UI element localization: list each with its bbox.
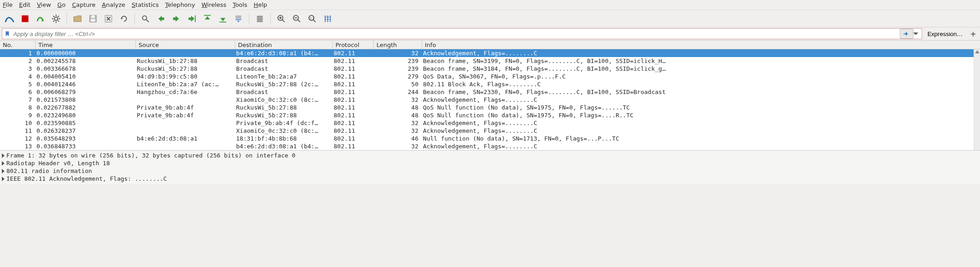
menu-help[interactable]: Help [253,1,267,8]
packet-row[interactable]: 120.035648293b4:e6:2d:d3:08:a118:31:bf:4… [0,135,980,142]
cell-len: 244 [374,88,422,96]
cell-proto: 802.11 [333,80,374,88]
cell-info: QoS Null function (No data), SN=1975, FN… [422,111,980,119]
detail-tree-item[interactable]: IEEE 802.11 Acknowledgement, Flags: ....… [2,175,978,183]
packet-row[interactable]: 40.00400541094:d9:b3:99:c5:80LiteonTe_bb… [0,73,980,80]
capture-options-button[interactable] [49,12,63,26]
stop-capture-button[interactable] [18,12,32,26]
cell-source [136,127,235,135]
packet-row[interactable]: 70.021573808XiaomiCo_0c:32:c0 (8c:…802.1… [0,96,980,104]
column-header-info[interactable]: Info [422,41,974,49]
zoom-out-button[interactable] [290,12,304,26]
expand-icon[interactable] [2,161,5,166]
apply-filter-button[interactable] [900,29,913,39]
scrollbar[interactable] [974,49,980,150]
menu-statistics[interactable]: Statistics [132,1,159,8]
menu-wireless[interactable]: Wireless [201,1,226,8]
cell-time: 0.021573808 [36,96,136,104]
find-button[interactable] [139,12,152,26]
column-header-length[interactable]: Length [374,41,422,49]
wireshark-logo-icon [3,12,16,26]
cell-info: Null function (No data), SN=1713, FN=0, … [422,135,980,142]
detail-tree-item[interactable]: Frame 1: 32 bytes on wire (256 bits), 32… [2,152,978,159]
expression-button[interactable]: Expression… [925,29,965,39]
column-header-time[interactable]: Time [36,41,136,49]
menu-tools[interactable]: Tools [232,1,247,8]
packet-row[interactable]: 10.000000000b4:e6:2d:d3:08:a1 (b4:…802.1… [0,49,980,57]
go-forward-button[interactable] [170,12,183,26]
svg-rect-0 [22,15,29,22]
bookmark-icon[interactable] [4,31,10,37]
column-header-destination[interactable]: Destination [235,41,333,49]
menu-telephony[interactable]: Telephony [165,1,195,8]
cell-proto: 802.11 [333,57,374,65]
cell-source [136,49,235,57]
expand-icon[interactable] [2,153,5,158]
cell-info: Acknowledgement, Flags=........C [422,96,980,104]
cell-time: 0.026328237 [36,127,136,135]
packet-row[interactable]: 90.023249680Private_9b:ab:4fRuckusWi_5b:… [0,111,980,119]
open-file-button[interactable] [71,12,84,26]
resize-columns-button[interactable] [321,12,335,26]
auto-scroll-button[interactable] [232,12,245,26]
go-back-button[interactable] [154,12,168,26]
filter-history-dropdown[interactable] [913,29,920,39]
expand-icon[interactable] [2,169,5,173]
cell-dest: b4:e6:2d:d3:08:a1 (b4:… [235,142,333,150]
cell-source: Private_9b:ab:4f [136,104,235,111]
cell-proto: 802.11 [333,127,374,135]
zoom-reset-button[interactable]: 1:1 [305,12,319,26]
save-file-button[interactable] [86,12,100,26]
svg-line-7 [58,20,59,21]
expand-icon[interactable] [2,177,5,181]
packet-row[interactable]: 130.036848733b4:e6:2d:d3:08:a1 (b4:…802.… [0,142,980,150]
detail-text: Frame 1: 32 bytes on wire (256 bits), 32… [6,152,295,159]
menu-file[interactable]: File [3,1,13,8]
go-to-last-button[interactable] [216,12,230,26]
close-file-button[interactable] [102,12,115,26]
svg-rect-20 [189,17,192,20]
reload-button[interactable] [117,12,131,26]
packet-row[interactable]: 20.002245578RuckusWi_1b:27:88Broadcast80… [0,57,980,65]
cell-len: 239 [374,65,422,73]
packet-details-pane[interactable]: Frame 1: 32 bytes on wire (256 bits), 32… [0,150,980,184]
cell-time: 0.006068279 [36,88,136,96]
packet-row[interactable]: 60.006068279Hangzhou_cd:7a:6eBroadcast80… [0,88,980,96]
restart-capture-button[interactable] [34,12,47,26]
cell-time: 0.023590885 [36,119,136,127]
go-to-packet-button[interactable] [185,12,199,26]
colorize-button[interactable] [253,12,267,26]
menu-go[interactable]: Go [57,1,66,8]
go-to-first-button[interactable] [201,12,214,26]
zoom-in-button[interactable] [274,12,288,26]
menu-view[interactable]: View [37,1,51,8]
cell-source: LiteonTe_bb:2a:a7 (ac:… [136,80,235,88]
cell-dest: Private_9b:ab:4f (dc:f… [235,119,333,127]
cell-info: QoS Data, SN=3067, FN=0, Flags=.p....F.C [422,73,980,80]
packet-row[interactable]: 50.004012446LiteonTe_bb:2a:a7 (ac:…Rucku… [0,80,980,88]
column-header-no[interactable]: No. [0,41,36,49]
menu-analyze[interactable]: Analyze [102,1,125,8]
cell-source: 94:d9:b3:99:c5:80 [136,73,235,80]
cell-dest: XiaomiCo_0c:32:c0 (8c:… [235,96,333,104]
packet-row[interactable]: 30.003366678RuckusWi_5b:27:88Broadcast80… [0,65,980,73]
packet-row[interactable]: 80.022677882Private_9b:ab:4fRuckusWi_5b:… [0,104,980,111]
packet-row[interactable]: 110.026328237XiaomiCo_0c:32:c0 (8c:…802.… [0,127,980,135]
detail-tree-item[interactable]: 802.11 radio information [2,167,978,175]
add-filter-button[interactable]: + [968,29,978,39]
menu-capture[interactable]: Capture [72,1,96,8]
cell-len: 32 [374,127,422,135]
cell-proto: 802.11 [333,119,374,127]
scroll-up-icon[interactable] [975,50,980,53]
cell-proto: 802.11 [333,73,374,80]
column-header-source[interactable]: Source [136,41,235,49]
column-header-protocol[interactable]: Protocol [333,41,374,49]
packet-list[interactable]: 10.000000000b4:e6:2d:d3:08:a1 (b4:…802.1… [0,49,980,150]
display-filter-input[interactable] [12,30,900,38]
detail-tree-item[interactable]: Radiotap Header v0, Length 18 [2,159,978,167]
cell-source [136,142,235,150]
menu-edit[interactable]: Edit [19,1,31,8]
cell-time: 0.023249680 [36,111,136,119]
packet-row[interactable]: 100.023590885Private_9b:ab:4f (dc:f…802.… [0,119,980,127]
cell-no: 1 [0,49,36,57]
